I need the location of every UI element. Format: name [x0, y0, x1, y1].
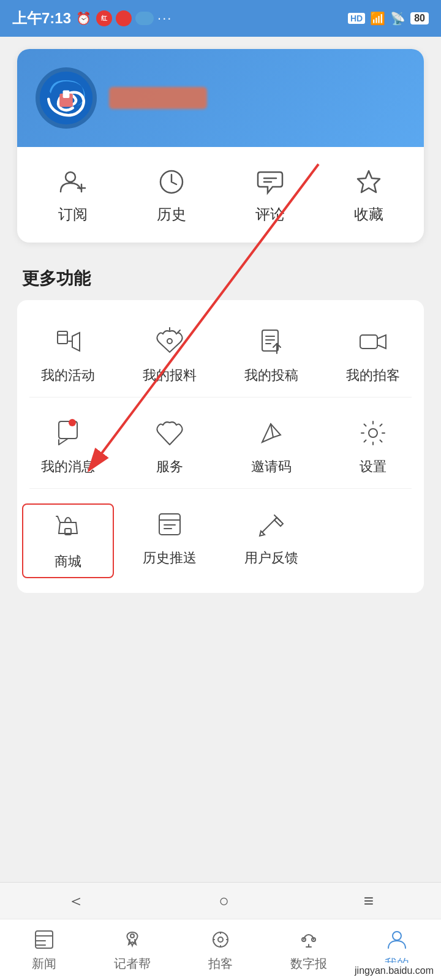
digital-icon: [296, 927, 321, 952]
svg-marker-9: [358, 171, 380, 192]
user-feedback-label: 用户反馈: [244, 549, 298, 567]
app-icon-3: [135, 12, 154, 25]
feature-my-activity[interactable]: 我的活动: [17, 318, 119, 391]
user-info: [109, 87, 207, 109]
feature-my-vlog[interactable]: 我的拍客: [322, 318, 424, 391]
my-submit-label: 我的投稿: [244, 366, 298, 385]
feature-shop[interactable]: 商城: [22, 503, 114, 578]
features-row-1: 我的活动 我的报料: [17, 306, 424, 397]
action-comment[interactable]: 评论: [221, 165, 319, 224]
service-icon: [153, 416, 187, 450]
feature-history-push[interactable]: 历史推送: [119, 501, 221, 581]
svg-point-41: [218, 937, 223, 942]
shop-icon: [51, 511, 85, 545]
nav-news[interactable]: 新闻: [0, 919, 88, 980]
invite-icon: [254, 416, 288, 450]
activity-icon: [51, 325, 85, 359]
svg-point-26: [369, 429, 377, 437]
status-right: HD 📶 📡 80: [348, 11, 429, 26]
svg-line-23: [59, 439, 68, 445]
favorite-label: 收藏: [354, 205, 383, 224]
nav-reporter-label: 记者帮: [114, 956, 151, 972]
avatar: [36, 67, 97, 129]
empty-slot: [322, 501, 424, 581]
action-history[interactable]: 历史: [122, 165, 221, 224]
my-feed-label: 我的报料: [143, 366, 197, 385]
feature-my-submit[interactable]: 我的投稿: [221, 318, 322, 391]
svg-point-3: [66, 172, 75, 182]
profile-header: [17, 49, 424, 147]
submit-icon: [254, 325, 288, 359]
feature-my-feed[interactable]: 我的报料: [119, 318, 221, 391]
nav-digital-label: 数字报: [290, 956, 327, 972]
svg-point-40: [213, 932, 228, 947]
status-time: 上午7:13: [12, 9, 71, 28]
shop-label: 商城: [55, 552, 81, 571]
history-push-label: 历史推送: [143, 549, 197, 567]
nav-digital[interactable]: 数字报: [265, 919, 353, 980]
svg-point-50: [393, 932, 401, 940]
signal-icon: 📶: [370, 11, 385, 26]
feature-my-message[interactable]: 我的消息: [17, 410, 119, 482]
app-icons: 红 ···: [96, 10, 172, 26]
history-push-icon: [153, 507, 187, 541]
history-label: 历史: [157, 205, 186, 224]
baidu-watermark: jingyan.baidu.com: [347, 963, 441, 979]
comment-icon: [254, 165, 287, 198]
news-icon: [32, 927, 56, 952]
my-message-label: 我的消息: [41, 458, 95, 476]
back-button[interactable]: ＜: [67, 889, 85, 913]
wifi-icon: 📡: [390, 11, 405, 26]
subscribe-label: 订阅: [58, 205, 88, 224]
my-vlog-label: 我的拍客: [346, 366, 400, 385]
recent-button[interactable]: ≡: [364, 891, 374, 911]
status-bar: 上午7:13 ⏰ 红 ··· HD 📶 📡 80: [0, 0, 441, 37]
quick-actions: 订阅 历史: [17, 147, 424, 243]
settings-icon: [356, 416, 390, 450]
baidu-text: jingyan.baidu.com: [355, 965, 434, 976]
svg-rect-10: [58, 331, 67, 344]
feature-invite-code[interactable]: 邀请码: [221, 410, 322, 482]
svg-point-39: [130, 934, 134, 938]
section-title: 更多功能: [0, 255, 441, 300]
favorite-icon: [352, 165, 385, 198]
battery-label: 80: [410, 12, 429, 24]
action-subscribe[interactable]: 订阅: [23, 165, 122, 224]
vlog-nav-icon: [208, 927, 233, 952]
features-grid: 我的活动 我的报料: [17, 300, 424, 593]
features-row-3: 商城 历史推送: [17, 489, 424, 587]
feature-service[interactable]: 服务: [119, 410, 221, 482]
comment-label: 评论: [255, 205, 285, 224]
feature-settings[interactable]: 设置: [322, 410, 424, 482]
feedback-icon: [254, 507, 288, 541]
nav-reporter[interactable]: 记者帮: [88, 919, 176, 980]
vlog-icon: [356, 325, 390, 359]
home-button[interactable]: ○: [219, 891, 229, 911]
feed-icon: [153, 325, 187, 359]
service-label: 服务: [156, 458, 183, 476]
svg-rect-21: [360, 335, 377, 349]
invite-code-label: 邀请码: [251, 458, 292, 476]
action-favorite[interactable]: 收藏: [319, 165, 418, 224]
my-activity-label: 我的活动: [41, 366, 95, 385]
message-icon: [51, 416, 85, 450]
nav-vlog-label: 拍客: [208, 956, 233, 972]
nav-news-label: 新闻: [32, 956, 56, 972]
my-icon: [385, 927, 409, 952]
reporter-icon: [120, 927, 145, 952]
feature-user-feedback[interactable]: 用户反馈: [221, 501, 322, 581]
history-icon: [155, 165, 188, 198]
more-dots-icon: ···: [157, 10, 172, 26]
main-content: 订阅 历史: [0, 49, 441, 740]
svg-line-15: [178, 330, 180, 333]
system-nav-bar: ＜ ○ ≡: [0, 882, 441, 919]
svg-point-13: [167, 339, 172, 344]
features-row-2: 我的消息 服务 邀请码: [17, 398, 424, 488]
status-left: 上午7:13 ⏰ 红 ···: [12, 9, 172, 28]
settings-label: 设置: [360, 458, 386, 476]
subscribe-icon: [56, 165, 89, 198]
hd-label: HD: [348, 13, 365, 24]
svg-rect-2: [63, 90, 70, 98]
nav-vlog[interactable]: 拍客: [176, 919, 265, 980]
username-blur: [109, 87, 207, 109]
